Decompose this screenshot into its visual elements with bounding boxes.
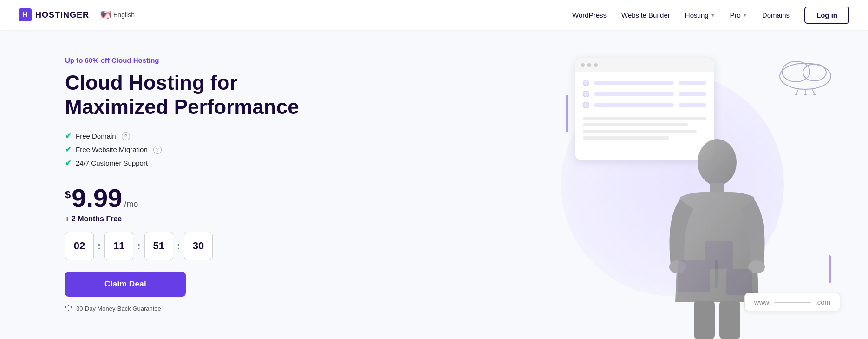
row-line-3 <box>594 103 674 107</box>
row-line-2 <box>594 92 674 96</box>
language-label: English <box>113 11 135 19</box>
price-dollar: $ <box>65 189 71 201</box>
price-main: 9.99 <box>72 185 122 211</box>
navbar: H HOSTINGER 🇺🇸 English WordPress Website… <box>0 0 868 30</box>
row-line-1 <box>594 81 674 85</box>
svg-point-2 <box>803 64 826 81</box>
shield-icon: 🛡 <box>65 304 72 312</box>
countdown-minutes: 11 <box>104 232 133 260</box>
browser-row-3 <box>583 102 706 108</box>
promo-badge: Up to 60% off Cloud Hosting <box>65 56 450 64</box>
feature-support: ✔ 24/7 Customer Support <box>65 159 450 167</box>
hero-title: Cloud Hosting for Maximized Performance <box>65 71 450 119</box>
promo-text-after: off Cloud Hosting <box>99 56 159 64</box>
nav-pro[interactable]: Pro ▼ <box>730 11 747 19</box>
claim-deal-button[interactable]: Claim Deal <box>65 272 186 297</box>
features-list: ✔ Free Domain ? ✔ Free Website Migration… <box>65 132 450 172</box>
nav-wordpress[interactable]: WordPress <box>572 11 607 19</box>
hosting-chevron-icon: ▼ <box>711 13 715 18</box>
nav-domains[interactable]: Domains <box>762 11 790 19</box>
promo-percent: 60% <box>85 56 99 64</box>
countdown-centiseconds: 30 <box>184 232 213 260</box>
logo-text: HOSTINGER <box>35 10 89 20</box>
flag-icon: 🇺🇸 <box>100 10 111 20</box>
domain-www: www. <box>754 298 771 306</box>
svg-point-12 <box>748 260 765 273</box>
nav-website-builder[interactable]: Website Builder <box>621 11 670 19</box>
browser-row-2 <box>583 91 706 97</box>
login-button[interactable]: Log in <box>804 7 849 24</box>
help-icon-1[interactable]: ? <box>122 132 130 140</box>
logo-icon: H <box>19 8 32 21</box>
row-line-short-3 <box>679 103 706 107</box>
browser-dot-2 <box>587 63 591 67</box>
deco-bar-2 <box>829 255 831 283</box>
help-icon-2[interactable]: ? <box>153 146 162 154</box>
svg-rect-15 <box>719 301 740 339</box>
svg-line-5 <box>812 89 815 95</box>
svg-rect-14 <box>694 301 715 339</box>
browser-dot-1 <box>581 63 585 67</box>
browser-bar <box>575 58 714 72</box>
countdown-sep-3: : <box>177 240 180 252</box>
price-row: $ 9.99 /mo <box>65 185 450 211</box>
hero-section: Up to 60% off Cloud Hosting Cloud Hostin… <box>0 30 868 339</box>
language-selector[interactable]: 🇺🇸 English <box>100 10 135 20</box>
row-line-short-1 <box>679 81 706 85</box>
logo[interactable]: H HOSTINGER <box>19 8 89 21</box>
feature-free-domain: ✔ Free Domain ? <box>65 132 450 140</box>
price-period: /mo <box>124 199 138 209</box>
hero-content: Up to 60% off Cloud Hosting Cloud Hostin… <box>0 30 477 339</box>
check-icon-3: ✔ <box>65 159 71 167</box>
check-icon-2: ✔ <box>65 145 71 154</box>
countdown-sep-1: : <box>98 240 101 252</box>
row-circle-2 <box>583 91 589 97</box>
price-block: $ 9.99 /mo <box>65 185 450 211</box>
domain-com: .com <box>815 298 830 306</box>
svg-point-9 <box>698 139 737 186</box>
feature-free-migration: ✔ Free Website Migration ? <box>65 145 450 154</box>
check-icon-1: ✔ <box>65 132 71 140</box>
money-back-guarantee: 🛡 30-Day Money-Back Guarantee <box>65 304 450 312</box>
cloud-illustration <box>770 48 840 97</box>
countdown-hours: 02 <box>65 232 94 260</box>
browser-row-1 <box>583 80 706 86</box>
svg-line-3 <box>796 89 798 95</box>
nav-hosting[interactable]: Hosting ▼ <box>685 11 715 19</box>
svg-rect-13 <box>715 260 718 288</box>
countdown-seconds: 51 <box>144 232 173 260</box>
nav-links: WordPress Website Builder Hosting ▼ Pro … <box>572 7 849 24</box>
browser-dot-3 <box>594 63 598 67</box>
row-line-short-2 <box>679 92 706 96</box>
promo-text-before: Up to <box>65 56 85 64</box>
countdown-sep-2: : <box>137 240 140 252</box>
svg-point-11 <box>669 260 686 273</box>
domain-line <box>774 302 811 303</box>
row-circle-1 <box>583 80 589 86</box>
hero-illustration: www. .com <box>477 30 868 339</box>
row-circle-3 <box>583 102 589 108</box>
pro-chevron-icon: ▼ <box>743 13 747 18</box>
countdown-timer: 02 : 11 : 51 : 30 <box>65 232 450 260</box>
domain-bar: www. .com <box>744 293 840 311</box>
deco-bar-1 <box>566 95 568 132</box>
months-free: + 2 Months Free <box>65 215 450 223</box>
